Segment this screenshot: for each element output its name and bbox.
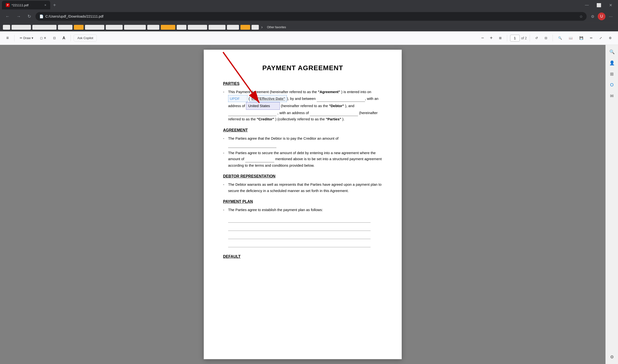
parties-text11: ). xyxy=(342,117,345,121)
sidebar-mail-button[interactable]: ✉ xyxy=(608,91,616,101)
payment-plan-text: The Parties agree to establish the payme… xyxy=(228,208,323,212)
debtor-name-field[interactable] xyxy=(317,95,365,102)
toolbar-separator-2 xyxy=(70,35,71,41)
bookmark-item[interactable] xyxy=(241,25,250,30)
creditor-name-field[interactable] xyxy=(228,110,276,116)
bookmark-item[interactable] xyxy=(227,25,239,30)
search-button[interactable]: 🔍 xyxy=(556,35,564,41)
bookmark-item[interactable] xyxy=(58,25,72,30)
bookmark-item[interactable] xyxy=(147,25,159,30)
sidebar-settings-button2[interactable]: ⚙ xyxy=(608,352,616,362)
ask-copilot-button[interactable]: Ask Copilot xyxy=(74,35,97,41)
toc-button[interactable]: ≡ xyxy=(4,34,11,42)
tab-title: *221111.pdf xyxy=(12,3,28,7)
forward-button[interactable]: → xyxy=(14,13,23,21)
navigation-bar: ← → ↻ 📄 C:/Users/updf_/Downloads/221111.… xyxy=(0,10,618,23)
address-bar[interactable]: 📄 C:/Users/updf_/Downloads/221111.pdf ☆ xyxy=(36,12,587,21)
minimize-button[interactable]: — xyxy=(581,1,593,9)
bookmark-item[interactable] xyxy=(85,25,104,30)
agreement-bullet1: - The Parties agree that the Debtor is t… xyxy=(223,135,382,148)
parties-text2: ) is entered into on xyxy=(341,90,371,94)
active-tab[interactable]: P *221111.pdf × xyxy=(2,1,50,9)
agreement-content1: The Parties agree that the Debtor is to … xyxy=(228,135,382,148)
bookmark-item[interactable] xyxy=(188,25,207,30)
reader-mode-button[interactable]: 📖 xyxy=(566,35,575,41)
other-favorites[interactable]: Other favorites xyxy=(265,25,288,30)
toolbar-separator-4 xyxy=(530,35,530,41)
spread-button[interactable]: ⊟ xyxy=(542,35,550,41)
extensions-button[interactable]: ⚙ xyxy=(589,13,597,20)
back-button[interactable]: ← xyxy=(3,13,12,21)
sidebar-user-button[interactable]: 👤 xyxy=(607,58,617,68)
debtor-address-input[interactable]: United States xyxy=(246,102,280,110)
payment-line-2[interactable] xyxy=(228,224,371,231)
bookmark-item[interactable] xyxy=(252,25,259,30)
page-number-input[interactable] xyxy=(510,35,520,41)
close-button[interactable]: ✕ xyxy=(605,1,616,9)
bookmark-item[interactable] xyxy=(3,25,10,30)
bookmark-item[interactable] xyxy=(177,25,186,30)
reader-icon: 📖 xyxy=(569,36,573,40)
payment-line-3[interactable] xyxy=(228,232,371,239)
zoom-in-button[interactable]: + xyxy=(488,34,495,42)
refresh-button[interactable]: ↻ xyxy=(25,12,34,21)
parties-text4: ), by and between xyxy=(287,96,316,101)
eraser-button[interactable]: ◻ ✕ xyxy=(38,35,49,41)
zoom-out-button[interactable]: − xyxy=(479,34,486,42)
bookmark-item[interactable] xyxy=(74,25,83,30)
save-icon: 💾 xyxy=(579,36,583,40)
page-navigation: of 2 xyxy=(510,35,527,41)
new-tab-button[interactable]: + xyxy=(51,1,58,9)
crop-icon: ⊡ xyxy=(53,36,56,40)
address-text: C:/Users/updf_/Downloads/221111.pdf xyxy=(45,14,578,18)
parties-label: "Parties" xyxy=(326,117,341,121)
updf-field[interactable]: UPDF xyxy=(228,95,247,102)
bookmark-item[interactable] xyxy=(124,25,146,30)
settings-icon: ⚙ xyxy=(609,36,612,40)
parties-text1: This Payment Agreement (hereinafter refe… xyxy=(228,90,318,94)
payment-plan-lines xyxy=(228,216,382,247)
amount-field[interactable] xyxy=(228,141,276,148)
agreement-heading: AGREEMENT xyxy=(223,128,382,132)
save-button[interactable]: 💾 xyxy=(577,35,586,41)
creditor-label: "Creditor" xyxy=(257,117,274,121)
sidebar-search-button[interactable]: 🔍 xyxy=(607,47,617,57)
toolbar-separator-5 xyxy=(552,35,553,41)
sidebar-grid-button[interactable]: ⊞ xyxy=(608,69,616,79)
parties-text7: ), and xyxy=(345,104,354,108)
debt-amount-field[interactable] xyxy=(245,156,274,162)
bookmark-item[interactable] xyxy=(209,25,226,30)
parties-content: This Payment Agreement (hereinafter refe… xyxy=(228,89,382,122)
maximize-button[interactable]: ⬜ xyxy=(593,1,605,9)
pdf-settings-button[interactable]: ⚙ xyxy=(606,35,614,41)
crop-button[interactable]: ⊡ xyxy=(51,35,58,41)
address-lock-icon: 📄 xyxy=(39,14,43,18)
rotate-icon: ↺ xyxy=(535,36,538,40)
text-size-button[interactable]: A xyxy=(60,35,68,42)
agreement-content2: The Parties agree to secure the amount o… xyxy=(228,150,382,169)
draw-button[interactable]: ✏ Draw ▾ xyxy=(17,35,36,41)
toolbar-separator-3 xyxy=(507,35,507,41)
edit-button[interactable]: ✏ xyxy=(588,35,595,41)
fit-page-button[interactable]: ⊞ xyxy=(497,35,504,41)
star-icon[interactable]: ☆ xyxy=(579,14,583,19)
bookmark-item[interactable] xyxy=(161,25,175,30)
bookmark-item[interactable] xyxy=(106,25,123,30)
browser-menu-button[interactable]: ⋯ xyxy=(606,13,615,20)
debtor-rep-content: The Debtor warrants as well as represent… xyxy=(228,182,382,194)
tab-close-button[interactable]: × xyxy=(44,3,46,7)
payment-line-1[interactable] xyxy=(228,216,371,223)
parties-text8: , with an address of xyxy=(277,111,310,115)
debtor-rep-text: The Debtor warrants as well as represent… xyxy=(228,182,381,193)
tab-bar: P *221111.pdf × + — ⬜ ✕ xyxy=(0,0,618,10)
fullscreen-button[interactable]: ⤢ xyxy=(597,35,605,41)
bullet-dash-5: - xyxy=(223,207,224,249)
sidebar-office-button[interactable]: O xyxy=(608,80,616,90)
bookmark-item[interactable] xyxy=(32,25,56,30)
pdf-toolbar: ≡ ✏ Draw ▾ ◻ ✕ ⊡ A Ask Copilot − + ⊞ of … xyxy=(0,31,618,45)
payment-line-4[interactable] xyxy=(228,240,371,247)
creditor-address-field[interactable] xyxy=(310,110,358,116)
bookmark-item[interactable] xyxy=(12,25,31,30)
rotate-button[interactable]: ↺ xyxy=(533,35,540,41)
profile-button[interactable]: U xyxy=(598,13,605,20)
